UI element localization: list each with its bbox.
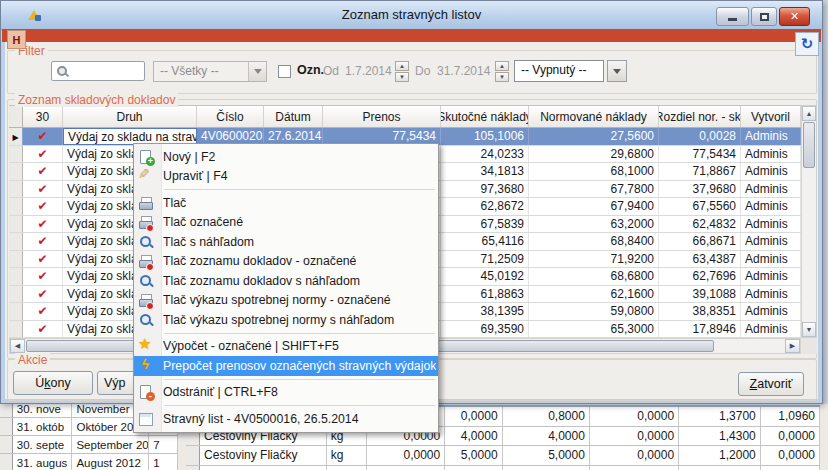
cell-oznacene[interactable]: ✔ [23, 233, 63, 250]
cell-vytvoril[interactable]: Adminis [741, 181, 801, 198]
item-row[interactable]: Cestoviny Fliačkykg0,00005,00005,00000,0… [186, 446, 820, 466]
column-header-6[interactable]: Skutočné náklady [441, 106, 529, 127]
cell-normovane[interactable]: 67,9400 [529, 198, 659, 215]
cell-oznacene[interactable]: ✔ [23, 146, 63, 163]
item-cell[interactable] [327, 466, 368, 470]
menu-item[interactable]: Odstrániť | CTRL+F8 [134, 383, 438, 403]
maximize-button[interactable] [751, 7, 777, 26]
cell-rozdiel[interactable]: 77,5434 [659, 146, 741, 163]
item-cell[interactable] [367, 466, 445, 470]
row-selector-cell[interactable] [186, 466, 200, 470]
menu-item[interactable]: Tlač s náhľadom [134, 232, 438, 252]
menu-item[interactable]: Výpočet - označené | SHIFT+F5 [134, 337, 438, 357]
menu-item[interactable]: Tlač zoznamu dokladov - označené [134, 252, 438, 272]
title-bar[interactable]: Zoznam stravných listov ✕ [1, 1, 822, 30]
row-selector-cell[interactable] [9, 163, 23, 180]
cell-normovane[interactable]: 29,6800 [529, 146, 659, 163]
search-input[interactable] [51, 61, 145, 81]
cell-vytvoril[interactable]: Adminis [741, 146, 801, 163]
spin-up-icon[interactable]: ▲ [395, 61, 409, 71]
scroll-left-icon[interactable]: ◀ [10, 339, 25, 353]
menu-item[interactable]: Upraviť | F4 [134, 167, 438, 187]
item-cell[interactable]: 0,0000 [590, 427, 679, 446]
cell-vytvoril[interactable]: Adminis [741, 268, 801, 285]
cell-skutocne[interactable]: 24,0233 [441, 146, 529, 163]
menu-item[interactable]: Nový | F2 [134, 147, 438, 167]
item-cell[interactable]: 0,0000 [761, 446, 820, 465]
cell-oznacene[interactable]: ✔ [23, 128, 63, 145]
cell-normovane[interactable]: 63,2000 [529, 216, 659, 233]
month-cell[interactable]: August 2012 [72, 454, 149, 470]
cell-normovane[interactable]: 65,3000 [529, 321, 659, 338]
cell-oznacene[interactable]: ✔ [23, 198, 63, 215]
item-cell[interactable]: 1,2000 [679, 446, 761, 465]
item-cell[interactable]: 1,3700 [679, 407, 761, 426]
item-cell[interactable]: kg [327, 446, 368, 465]
ozn-checkbox[interactable] [278, 65, 291, 78]
row-selector-cell[interactable]: ▶ [9, 128, 23, 145]
cell-skutocne[interactable]: 62,8672 [441, 198, 529, 215]
cell-rozdiel[interactable]: 0,0028 [659, 128, 741, 145]
item-cell[interactable]: 0,0000 [590, 407, 679, 426]
item-cell[interactable]: 5,0000 [503, 446, 590, 465]
item-cell[interactable]: Cestoviny Fliačky [200, 446, 327, 465]
row-selector-cell[interactable] [9, 303, 23, 320]
od-date-stepper[interactable]: ▲▼ [395, 61, 409, 83]
cell-vytvoril[interactable]: Adminis [741, 198, 801, 215]
cell-skutocne[interactable]: 67,5839 [441, 216, 529, 233]
state-combo-drop-button[interactable] [607, 60, 627, 82]
chevron-down-icon[interactable] [248, 62, 266, 81]
cell-skutocne[interactable]: 71,2509 [441, 251, 529, 268]
month-cell[interactable]: 1 [149, 454, 178, 470]
cell-normovane[interactable]: 68,6800 [529, 268, 659, 285]
ukony-button[interactable]: Úkony [13, 371, 93, 395]
cell-vytvoril[interactable]: Adminis [741, 128, 801, 145]
cell-skutocne[interactable]: 45,0192 [441, 268, 529, 285]
item-cell[interactable]: 4,0000 [503, 427, 590, 446]
cell-rozdiel[interactable]: 38,8351 [659, 303, 741, 320]
month-cell[interactable]: 30. septe [13, 436, 73, 453]
cell-oznacene[interactable]: ✔ [23, 251, 63, 268]
item-cell[interactable]: 4,0000 [445, 427, 502, 446]
spin-down-icon[interactable]: ▼ [395, 72, 409, 82]
cell-vytvoril[interactable]: Adminis [741, 216, 801, 233]
cell-oznacene[interactable]: ✔ [23, 286, 63, 303]
month-row[interactable]: 30. septeSeptember 20127 [0, 436, 178, 454]
menu-item[interactable]: Stravný list - 4V0500016, 26.5.2014 [134, 409, 438, 429]
column-header-4[interactable]: Dátum [264, 106, 323, 127]
scroll-up-icon[interactable]: ▲ [802, 106, 816, 121]
item-cell[interactable] [761, 466, 820, 470]
cell-normovane[interactable]: 67,7800 [529, 181, 659, 198]
vertical-scrollbar[interactable]: ▲ ▼ [801, 105, 817, 338]
do-date-stepper[interactable]: ▲▼ [495, 61, 509, 83]
item-cell[interactable]: 0,0000 [590, 446, 679, 465]
type-combo[interactable]: -- Všetky -- [153, 61, 267, 82]
column-header-5[interactable]: Prenos [323, 106, 441, 127]
cell-rozdiel[interactable]: 67,5560 [659, 198, 741, 215]
row-selector-cell[interactable] [9, 198, 23, 215]
item-cell[interactable] [200, 466, 327, 470]
cell-vytvoril[interactable]: Adminis [741, 251, 801, 268]
cell-rozdiel[interactable]: 37,9680 [659, 181, 741, 198]
zatvorit-button[interactable]: Zatvoriť [738, 372, 804, 396]
row-selector-cell[interactable] [9, 216, 23, 233]
menu-item[interactable]: Tlač výkazu spotrebnej normy s náhľadom [134, 310, 438, 330]
menu-item[interactable]: Tlač označené [134, 213, 438, 233]
cell-rozdiel[interactable]: 71,8867 [659, 163, 741, 180]
cell-vytvoril[interactable]: Adminis [741, 233, 801, 250]
month-cell[interactable]: September 2012 [72, 436, 149, 453]
cell-oznacene[interactable]: ✔ [23, 303, 63, 320]
cell-oznacene[interactable]: ✔ [23, 321, 63, 338]
state-combo[interactable]: -- Vypnutý -- [514, 60, 604, 82]
month-row[interactable]: 31. augusAugust 20121 [0, 454, 178, 470]
cell-skutocne[interactable]: 65,4116 [441, 233, 529, 250]
cell-rozdiel[interactable]: 62,4832 [659, 216, 741, 233]
refresh-button[interactable]: ↻ [795, 32, 819, 56]
cell-skutocne[interactable]: 34,1813 [441, 163, 529, 180]
menu-item[interactable]: Tlač zoznamu dokladov s náhľadom [134, 271, 438, 291]
cell-oznacene[interactable]: ✔ [23, 163, 63, 180]
column-header-7[interactable]: Normované náklady [529, 106, 659, 127]
cell-skutocne[interactable]: 38,1395 [441, 303, 529, 320]
column-header-9[interactable]: Vytvoril [741, 106, 801, 127]
item-cell[interactable]: 0,0000 [445, 407, 502, 426]
